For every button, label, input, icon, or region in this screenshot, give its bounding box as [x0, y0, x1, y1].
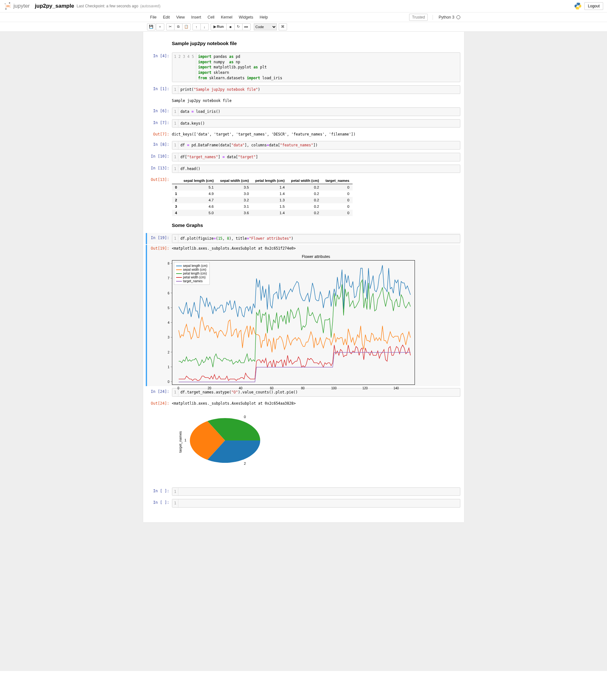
- svg-text:1: 1: [184, 438, 186, 442]
- input-prompt: In [8]:: [147, 141, 172, 150]
- output-text: <matplotlib.axes._subplots.AxesSubplot a…: [172, 400, 460, 407]
- restart-button[interactable]: ↻: [234, 23, 243, 30]
- code-text: import pandas as pd import numpy as np i…: [196, 53, 460, 82]
- code-cell[interactable]: In [1]: 1 print("Sample jup2py notebook …: [147, 84, 460, 95]
- code-input[interactable]: 1 df = pd.DataFrame(data["data"], column…: [172, 141, 460, 150]
- move-down-button[interactable]: ↓: [201, 23, 209, 30]
- input-prompt: In [ ]:: [147, 499, 172, 508]
- svg-point-4: [579, 8, 580, 9]
- code-cell[interactable]: In [7]: 1 data.keys(): [147, 118, 460, 129]
- output-prompt: Out[19]:: [147, 245, 172, 385]
- code-input[interactable]: 1 df.target_names.astype("O").value_coun…: [172, 388, 460, 397]
- autosave-text: (autosaved): [140, 4, 161, 8]
- code-text: data.keys(): [179, 120, 460, 128]
- heading: Some Graphs: [172, 222, 460, 228]
- code-input[interactable]: 1 2 3 4 5 import pandas as pd import num…: [172, 52, 460, 82]
- stop-button[interactable]: ■: [226, 23, 235, 30]
- kernel-name: Python 3: [439, 15, 454, 20]
- line-gutter: 1: [172, 120, 179, 128]
- code-cell[interactable]: In [24]: 1 df.target_names.astype("O").v…: [147, 387, 460, 398]
- line-chart: Flower attributes 0123456780204060801001…: [172, 254, 460, 385]
- code-input[interactable]: 1 data = load_iris(): [172, 107, 460, 116]
- code-input[interactable]: 1: [172, 499, 460, 508]
- svg-point-1: [5, 8, 7, 10]
- svg-point-3: [577, 3, 577, 4]
- code-cell-empty[interactable]: In [ ]: 1: [147, 486, 460, 497]
- notebook-name[interactable]: jup2py_sample: [35, 3, 74, 9]
- code-cell[interactable]: In [10]: 1 df["target_names"] = data["ta…: [147, 151, 460, 163]
- menu-cell[interactable]: Cell: [204, 13, 218, 21]
- line-gutter: 1: [172, 235, 179, 242]
- trusted-indicator[interactable]: Trusted: [409, 14, 428, 21]
- svg-point-2: [5, 3, 5, 4]
- menubar: File Edit View Insert Cell Kernel Widget…: [0, 13, 607, 22]
- svg-point-0: [9, 2, 10, 3]
- output-cell: Out[13]: sepal length (cm)sepal width (c…: [147, 175, 460, 217]
- code-input[interactable]: 1 df.head(): [172, 165, 460, 173]
- logout-button[interactable]: Logout: [584, 2, 603, 10]
- output-text: dict_keys(['data', 'target', 'target_nam…: [172, 131, 460, 138]
- code-cell[interactable]: In [4]: 1 2 3 4 5 import pandas as pd im…: [147, 51, 460, 83]
- add-cell-button[interactable]: ＋: [156, 23, 164, 30]
- output-prompt: Out[7]:: [147, 131, 172, 138]
- code-cell-empty[interactable]: In [ ]: 1: [147, 498, 460, 509]
- kernel-indicator[interactable]: Python 3: [432, 15, 460, 20]
- stdout: Sample jup2py notebook file: [172, 97, 460, 104]
- input-prompt: In [13]:: [147, 165, 172, 173]
- input-prompt: In [19]:: [147, 234, 172, 243]
- menu-widgets[interactable]: Widgets: [235, 13, 256, 21]
- output-prompt: Out[24]:: [147, 400, 172, 474]
- menu-kernel[interactable]: Kernel: [218, 13, 235, 21]
- menu-insert[interactable]: Insert: [188, 13, 204, 21]
- svg-text:0: 0: [244, 415, 246, 419]
- output-cell: Out[19]: <matplotlib.axes._subplots.Axes…: [146, 245, 460, 386]
- code-input[interactable]: 1 df["target_names"] = data["target"]: [172, 153, 460, 162]
- code-input[interactable]: 1: [172, 487, 460, 496]
- output-cell: Out[7]: dict_keys(['data', 'target', 'ta…: [147, 129, 460, 139]
- code-input[interactable]: 1 df.plot(figsize=(15, 8), title="Flower…: [172, 234, 460, 243]
- run-button[interactable]: ▶ Run: [211, 23, 227, 30]
- code-text: df["target_names"] = data["target"]: [179, 153, 460, 161]
- input-prompt: In [4]:: [147, 52, 172, 82]
- kernel-status-icon: [457, 15, 460, 19]
- copy-button[interactable]: ⧉: [174, 23, 183, 30]
- code-text: df.plot(figsize=(15, 8), title="Flower a…: [179, 235, 460, 242]
- menu-view[interactable]: View: [173, 13, 188, 21]
- jupyter-logo[interactable]: jupyter: [4, 2, 30, 10]
- code-cell-selected[interactable]: In [19]: 1 df.plot(figsize=(15, 8), titl…: [146, 233, 460, 244]
- markdown-cell[interactable]: Some Graphs: [147, 218, 460, 232]
- output-text: <matplotlib.axes._subplots.AxesSubplot a…: [172, 245, 460, 252]
- input-prompt: In [10]:: [147, 153, 172, 162]
- line-gutter: 1: [172, 388, 179, 396]
- code-cell[interactable]: In [13]: 1 df.head(): [147, 163, 460, 174]
- cut-button[interactable]: ✂: [166, 23, 174, 30]
- code-text: [179, 488, 460, 496]
- code-input[interactable]: 1 print("Sample jup2py notebook file"): [172, 85, 460, 94]
- move-up-button[interactable]: ↑: [192, 23, 201, 30]
- input-prompt: In [1]:: [147, 85, 172, 94]
- paste-button[interactable]: 📋: [182, 23, 190, 30]
- line-gutter: 1: [172, 165, 179, 173]
- menu-edit[interactable]: Edit: [160, 13, 173, 21]
- dataframe-table: sepal length (cm)sepal width (cm)petal l…: [172, 177, 353, 216]
- code-text: df = pd.DataFrame(data["data"], columns=…: [179, 141, 460, 149]
- restart-run-all-button[interactable]: ▸▸: [242, 23, 251, 30]
- menu-file[interactable]: File: [147, 13, 160, 21]
- cell-type-select[interactable]: Code: [254, 23, 277, 30]
- output-cell: Sample jup2py notebook file: [147, 96, 460, 105]
- jupyter-brand: jupyter: [14, 3, 30, 9]
- python-icon: [574, 2, 582, 10]
- save-button[interactable]: 💾: [147, 23, 155, 30]
- input-prompt: In [ ]:: [147, 487, 172, 496]
- svg-text:2: 2: [244, 461, 246, 465]
- code-text: [179, 499, 460, 507]
- code-cell[interactable]: In [6]: 1 data = load_iris(): [147, 106, 460, 117]
- line-gutter: 1 2 3 4 5: [172, 53, 196, 82]
- markdown-cell[interactable]: Sample jup2py notebook file: [147, 36, 460, 50]
- code-input[interactable]: 1 data.keys(): [172, 119, 460, 128]
- code-cell[interactable]: In [8]: 1 df = pd.DataFrame(data["data"]…: [147, 140, 460, 151]
- menu-help[interactable]: Help: [256, 13, 271, 21]
- command-palette-button[interactable]: ⌘: [279, 23, 287, 30]
- line-gutter: 1: [172, 499, 179, 507]
- line-gutter: 1: [172, 108, 179, 116]
